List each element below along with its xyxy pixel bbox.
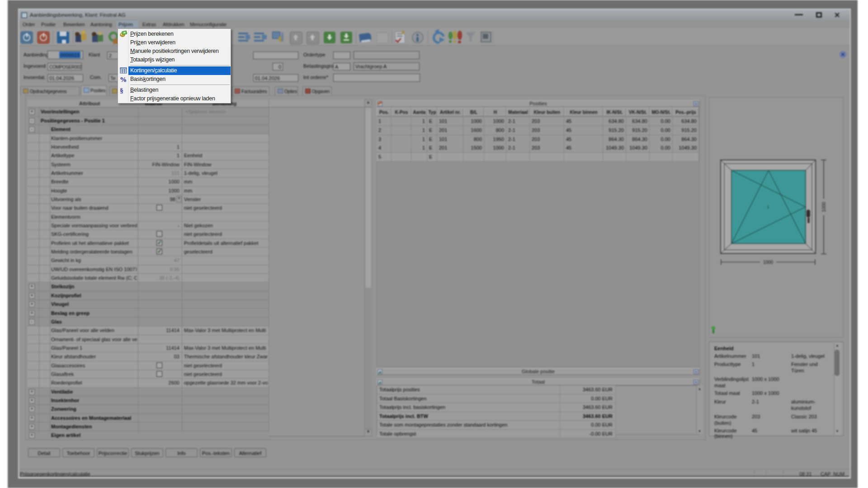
svg-text:1000: 1000 — [763, 260, 774, 265]
svg-text:1: 1 — [767, 205, 769, 209]
svg-text:1000: 1000 — [821, 202, 826, 212]
